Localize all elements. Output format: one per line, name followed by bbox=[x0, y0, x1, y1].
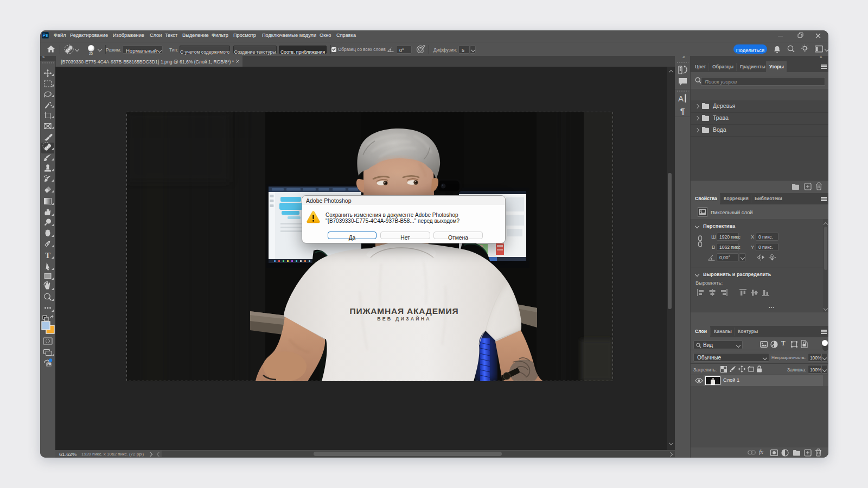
svg-text:T: T bbox=[45, 251, 50, 260]
svg-text:Ps: Ps bbox=[42, 33, 48, 38]
svg-text:A: A bbox=[678, 94, 684, 103]
svg-text:ПИЖАМНАЯ АКАДЕМИЯ: ПИЖАМНАЯ АКАДЕМИЯ bbox=[350, 306, 459, 316]
svg-text:ВЕБ ДИЗАЙНА: ВЕБ ДИЗАЙНА bbox=[377, 316, 431, 322]
svg-text:¶: ¶ bbox=[680, 106, 685, 115]
